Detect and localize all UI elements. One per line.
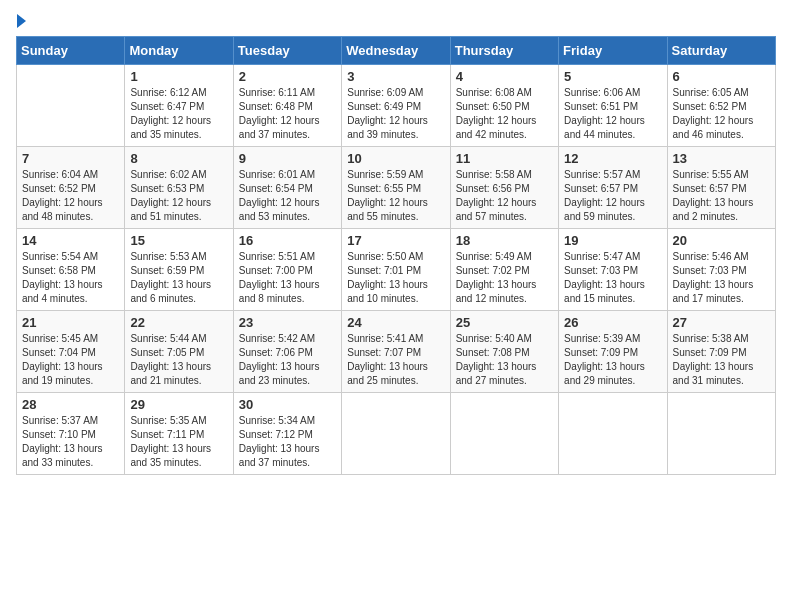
calendar-cell: 2Sunrise: 6:11 AM Sunset: 6:48 PM Daylig…: [233, 65, 341, 147]
day-number: 13: [673, 151, 770, 166]
day-info: Sunrise: 5:59 AM Sunset: 6:55 PM Dayligh…: [347, 168, 444, 224]
day-info: Sunrise: 5:41 AM Sunset: 7:07 PM Dayligh…: [347, 332, 444, 388]
day-info: Sunrise: 6:12 AM Sunset: 6:47 PM Dayligh…: [130, 86, 227, 142]
day-info: Sunrise: 5:38 AM Sunset: 7:09 PM Dayligh…: [673, 332, 770, 388]
day-info: Sunrise: 6:09 AM Sunset: 6:49 PM Dayligh…: [347, 86, 444, 142]
calendar-cell: 20Sunrise: 5:46 AM Sunset: 7:03 PM Dayli…: [667, 229, 775, 311]
week-row-2: 7Sunrise: 6:04 AM Sunset: 6:52 PM Daylig…: [17, 147, 776, 229]
day-number: 7: [22, 151, 119, 166]
day-number: 10: [347, 151, 444, 166]
day-info: Sunrise: 6:01 AM Sunset: 6:54 PM Dayligh…: [239, 168, 336, 224]
day-info: Sunrise: 6:08 AM Sunset: 6:50 PM Dayligh…: [456, 86, 553, 142]
day-info: Sunrise: 6:04 AM Sunset: 6:52 PM Dayligh…: [22, 168, 119, 224]
day-number: 5: [564, 69, 661, 84]
day-number: 22: [130, 315, 227, 330]
day-number: 20: [673, 233, 770, 248]
weekday-header-thursday: Thursday: [450, 37, 558, 65]
calendar-cell: 11Sunrise: 5:58 AM Sunset: 6:56 PM Dayli…: [450, 147, 558, 229]
day-info: Sunrise: 5:37 AM Sunset: 7:10 PM Dayligh…: [22, 414, 119, 470]
day-number: 26: [564, 315, 661, 330]
weekday-header-monday: Monday: [125, 37, 233, 65]
day-number: 3: [347, 69, 444, 84]
day-info: Sunrise: 6:11 AM Sunset: 6:48 PM Dayligh…: [239, 86, 336, 142]
calendar-cell: 7Sunrise: 6:04 AM Sunset: 6:52 PM Daylig…: [17, 147, 125, 229]
day-info: Sunrise: 5:50 AM Sunset: 7:01 PM Dayligh…: [347, 250, 444, 306]
day-info: Sunrise: 5:46 AM Sunset: 7:03 PM Dayligh…: [673, 250, 770, 306]
day-number: 27: [673, 315, 770, 330]
calendar-cell: 15Sunrise: 5:53 AM Sunset: 6:59 PM Dayli…: [125, 229, 233, 311]
week-row-5: 28Sunrise: 5:37 AM Sunset: 7:10 PM Dayli…: [17, 393, 776, 475]
day-number: 24: [347, 315, 444, 330]
logo-triangle-icon: [17, 14, 26, 28]
day-info: Sunrise: 5:54 AM Sunset: 6:58 PM Dayligh…: [22, 250, 119, 306]
day-info: Sunrise: 5:45 AM Sunset: 7:04 PM Dayligh…: [22, 332, 119, 388]
calendar-cell: 8Sunrise: 6:02 AM Sunset: 6:53 PM Daylig…: [125, 147, 233, 229]
weekday-header-friday: Friday: [559, 37, 667, 65]
calendar-cell: 6Sunrise: 6:05 AM Sunset: 6:52 PM Daylig…: [667, 65, 775, 147]
calendar-cell: [342, 393, 450, 475]
day-number: 14: [22, 233, 119, 248]
day-info: Sunrise: 5:53 AM Sunset: 6:59 PM Dayligh…: [130, 250, 227, 306]
calendar-cell: 16Sunrise: 5:51 AM Sunset: 7:00 PM Dayli…: [233, 229, 341, 311]
day-info: Sunrise: 5:44 AM Sunset: 7:05 PM Dayligh…: [130, 332, 227, 388]
weekday-header-tuesday: Tuesday: [233, 37, 341, 65]
weekday-header-saturday: Saturday: [667, 37, 775, 65]
calendar-cell: [17, 65, 125, 147]
calendar-cell: 17Sunrise: 5:50 AM Sunset: 7:01 PM Dayli…: [342, 229, 450, 311]
weekday-header-row: SundayMondayTuesdayWednesdayThursdayFrid…: [17, 37, 776, 65]
calendar-table: SundayMondayTuesdayWednesdayThursdayFrid…: [16, 36, 776, 475]
day-number: 11: [456, 151, 553, 166]
calendar-cell: 21Sunrise: 5:45 AM Sunset: 7:04 PM Dayli…: [17, 311, 125, 393]
calendar-cell: [450, 393, 558, 475]
day-number: 28: [22, 397, 119, 412]
header: [16, 16, 776, 28]
day-info: Sunrise: 5:57 AM Sunset: 6:57 PM Dayligh…: [564, 168, 661, 224]
calendar-cell: 12Sunrise: 5:57 AM Sunset: 6:57 PM Dayli…: [559, 147, 667, 229]
calendar-cell: 26Sunrise: 5:39 AM Sunset: 7:09 PM Dayli…: [559, 311, 667, 393]
calendar-cell: 27Sunrise: 5:38 AM Sunset: 7:09 PM Dayli…: [667, 311, 775, 393]
calendar-cell: 24Sunrise: 5:41 AM Sunset: 7:07 PM Dayli…: [342, 311, 450, 393]
weekday-header-sunday: Sunday: [17, 37, 125, 65]
week-row-3: 14Sunrise: 5:54 AM Sunset: 6:58 PM Dayli…: [17, 229, 776, 311]
day-number: 29: [130, 397, 227, 412]
day-info: Sunrise: 5:58 AM Sunset: 6:56 PM Dayligh…: [456, 168, 553, 224]
day-number: 6: [673, 69, 770, 84]
calendar-cell: 14Sunrise: 5:54 AM Sunset: 6:58 PM Dayli…: [17, 229, 125, 311]
calendar-cell: 23Sunrise: 5:42 AM Sunset: 7:06 PM Dayli…: [233, 311, 341, 393]
day-info: Sunrise: 6:06 AM Sunset: 6:51 PM Dayligh…: [564, 86, 661, 142]
day-number: 2: [239, 69, 336, 84]
calendar-cell: 28Sunrise: 5:37 AM Sunset: 7:10 PM Dayli…: [17, 393, 125, 475]
calendar-cell: 19Sunrise: 5:47 AM Sunset: 7:03 PM Dayli…: [559, 229, 667, 311]
calendar-cell: 5Sunrise: 6:06 AM Sunset: 6:51 PM Daylig…: [559, 65, 667, 147]
day-info: Sunrise: 5:55 AM Sunset: 6:57 PM Dayligh…: [673, 168, 770, 224]
day-number: 18: [456, 233, 553, 248]
calendar-cell: 29Sunrise: 5:35 AM Sunset: 7:11 PM Dayli…: [125, 393, 233, 475]
calendar-cell: 13Sunrise: 5:55 AM Sunset: 6:57 PM Dayli…: [667, 147, 775, 229]
calendar-cell: [667, 393, 775, 475]
day-number: 30: [239, 397, 336, 412]
day-info: Sunrise: 5:51 AM Sunset: 7:00 PM Dayligh…: [239, 250, 336, 306]
day-info: Sunrise: 5:40 AM Sunset: 7:08 PM Dayligh…: [456, 332, 553, 388]
day-number: 21: [22, 315, 119, 330]
day-number: 25: [456, 315, 553, 330]
day-info: Sunrise: 5:35 AM Sunset: 7:11 PM Dayligh…: [130, 414, 227, 470]
calendar-cell: 3Sunrise: 6:09 AM Sunset: 6:49 PM Daylig…: [342, 65, 450, 147]
calendar-cell: 9Sunrise: 6:01 AM Sunset: 6:54 PM Daylig…: [233, 147, 341, 229]
logo: [16, 16, 26, 28]
week-row-4: 21Sunrise: 5:45 AM Sunset: 7:04 PM Dayli…: [17, 311, 776, 393]
calendar-cell: 4Sunrise: 6:08 AM Sunset: 6:50 PM Daylig…: [450, 65, 558, 147]
day-number: 1: [130, 69, 227, 84]
day-number: 4: [456, 69, 553, 84]
day-number: 15: [130, 233, 227, 248]
day-number: 8: [130, 151, 227, 166]
day-info: Sunrise: 5:34 AM Sunset: 7:12 PM Dayligh…: [239, 414, 336, 470]
calendar-cell: 22Sunrise: 5:44 AM Sunset: 7:05 PM Dayli…: [125, 311, 233, 393]
week-row-1: 1Sunrise: 6:12 AM Sunset: 6:47 PM Daylig…: [17, 65, 776, 147]
day-number: 23: [239, 315, 336, 330]
day-info: Sunrise: 5:39 AM Sunset: 7:09 PM Dayligh…: [564, 332, 661, 388]
weekday-header-wednesday: Wednesday: [342, 37, 450, 65]
calendar-cell: 25Sunrise: 5:40 AM Sunset: 7:08 PM Dayli…: [450, 311, 558, 393]
day-number: 12: [564, 151, 661, 166]
day-number: 9: [239, 151, 336, 166]
calendar-cell: 30Sunrise: 5:34 AM Sunset: 7:12 PM Dayli…: [233, 393, 341, 475]
